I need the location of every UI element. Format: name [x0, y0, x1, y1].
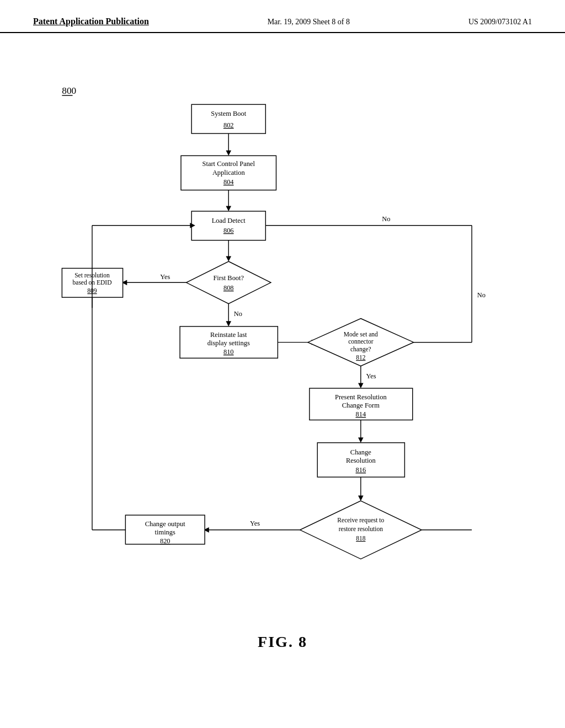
svg-rect-9 — [191, 211, 265, 240]
svg-text:812: 812 — [356, 354, 366, 361]
label-no3: No — [234, 310, 242, 318]
diagram-id: 800 — [62, 85, 76, 96]
node-816-line2: Resolution — [346, 457, 376, 464]
patent-number: US 2009/073102 A1 — [468, 18, 532, 26]
node-816-line1: Change — [350, 448, 371, 456]
svg-text:810: 810 — [223, 348, 234, 356]
svg-marker-32 — [358, 383, 364, 388]
svg-text:814: 814 — [356, 410, 366, 418]
svg-marker-40 — [358, 496, 364, 501]
node-804-line2: Application — [212, 169, 246, 176]
page-header: Patent Application Publication Mar. 19, … — [0, 0, 565, 33]
flowchart-svg: 800 System Boot 802 Start Control Panel … — [0, 33, 565, 667]
node-812-line2: connector — [348, 339, 374, 345]
node-814-line2: Change Form — [342, 402, 380, 409]
publication-title: Patent Application Publication — [33, 17, 149, 26]
label-yes1: Yes — [160, 273, 170, 281]
node-820-line2: timings — [155, 528, 175, 536]
svg-marker-36 — [358, 437, 364, 443]
svg-marker-20 — [226, 321, 231, 326]
svg-text:818: 818 — [356, 535, 366, 542]
svg-text:820: 820 — [160, 537, 170, 545]
svg-text:802: 802 — [223, 121, 234, 129]
node-806-line1: Load Detect — [212, 217, 246, 224]
diagram-area: 800 System Boot 802 Start Control Panel … — [0, 33, 565, 667]
svg-text:816: 816 — [356, 466, 366, 474]
label-yes2: Yes — [366, 372, 376, 380]
node-820-line1: Change output — [145, 520, 185, 528]
node-812-line3: change? — [350, 346, 371, 353]
svg-text:806: 806 — [223, 227, 234, 234]
svg-rect-1 — [191, 104, 265, 133]
svg-marker-4 — [226, 151, 231, 156]
node-814-line1: Present Resolution — [335, 393, 387, 401]
node-810-line1: Reinstate last — [210, 331, 247, 339]
publication-date: Mar. 19, 2009 Sheet 8 of 8 — [268, 18, 350, 26]
svg-text:808: 808 — [223, 284, 234, 292]
node-818-line2: restore resolution — [339, 526, 383, 532]
label-yes3: Yes — [250, 520, 260, 527]
svg-marker-13 — [186, 261, 271, 304]
node-818-line1: Receive request to — [337, 517, 384, 524]
label-no1: No — [382, 215, 390, 223]
node-804-line1: Start Control Panel — [202, 160, 255, 168]
svg-marker-8 — [226, 206, 231, 211]
label-no2: No — [477, 291, 486, 299]
svg-marker-12 — [226, 256, 231, 261]
node-810-line2: display settings — [207, 339, 250, 347]
node-802-label: System Boot — [211, 110, 246, 117]
node-812-line1: Mode set and — [344, 331, 378, 338]
svg-text:804: 804 — [223, 178, 234, 186]
figure-label: FIG. 8 — [258, 633, 307, 651]
node-808-line1: First Boot? — [213, 275, 244, 282]
